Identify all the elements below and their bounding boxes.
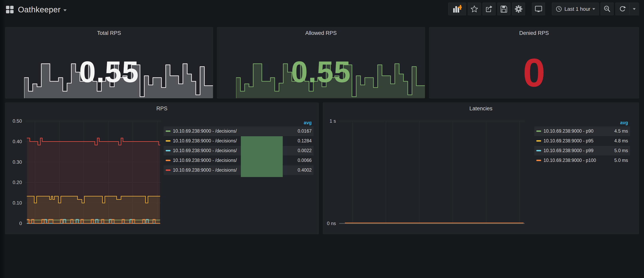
- legend-series-row[interactable]: 10.10.69.238:9000 - p1005.0 ms: [534, 156, 630, 165]
- svg-text:0.50: 0.50: [12, 118, 22, 124]
- navbar: Oathkeeper: [0, 0, 644, 19]
- series-color-swatch[interactable]: [536, 160, 541, 161]
- save-icon: [500, 5, 508, 13]
- legend-header: avg: [534, 119, 630, 126]
- time-range-label: Last 1 hour: [562, 6, 592, 12]
- series-avg-value: 0.0022: [286, 148, 312, 153]
- caret-down-icon: [592, 8, 595, 10]
- latencies-legend: avg10.10.69.238:9000 - p904.5 ms10.10.69…: [534, 119, 630, 165]
- legend-avg-column-header[interactable]: avg: [602, 120, 628, 125]
- redaction-overlay: [241, 136, 283, 177]
- panel-title[interactable]: Allowed RPS: [217, 30, 425, 36]
- total-rps-value: 0.55: [5, 57, 213, 87]
- svg-text:0.20: 0.20: [12, 180, 22, 185]
- refresh-interval-button[interactable]: [630, 3, 639, 15]
- panel-allowed-rps: Allowed RPS 0.55: [217, 27, 425, 98]
- series-label[interactable]: 10.10.69.238:9000 - /decisions/: [173, 168, 237, 173]
- series-label[interactable]: 10.10.69.238:9000 - p90: [544, 128, 594, 134]
- share-icon: [485, 5, 493, 13]
- series-color-swatch[interactable]: [166, 130, 170, 132]
- svg-text:0.40: 0.40: [12, 139, 22, 144]
- rps-chart[interactable]: 00.100.200.300.400.50: [5, 103, 165, 234]
- series-avg-value: 0.0167: [286, 128, 312, 134]
- series-avg-value: 0.0066: [286, 158, 312, 163]
- zoom-out-magnifier-icon: [603, 5, 611, 13]
- series-label[interactable]: 10.10.69.238:9000 - p95: [544, 138, 594, 144]
- series-color-swatch[interactable]: [536, 150, 541, 151]
- svg-text:1 s: 1 s: [330, 118, 336, 124]
- series-color-swatch[interactable]: [166, 140, 170, 142]
- series-color-swatch[interactable]: [166, 169, 170, 171]
- series-avg-value: 4.8 ms: [602, 138, 628, 144]
- panel-total-rps: Total RPS 0.55: [5, 27, 213, 98]
- allowed-rps-value: 0.55: [217, 57, 425, 87]
- legend-series-row[interactable]: 10.10.69.238:9000 - /decisions/0.0066: [164, 156, 314, 165]
- caret-down-icon: [633, 8, 636, 10]
- series-color-swatch[interactable]: [536, 130, 541, 132]
- latencies-chart[interactable]: 0 ns1 s: [323, 103, 532, 234]
- legend-series-row[interactable]: 10.10.69.238:9000 - /decisions/0.1284: [164, 136, 314, 146]
- refresh-button[interactable]: [616, 3, 630, 15]
- svg-text:0.30: 0.30: [12, 159, 22, 165]
- series-avg-value: 0.4002: [286, 168, 312, 173]
- series-avg-value: 0.1284: [286, 138, 312, 144]
- zoom-out-button[interactable]: [600, 2, 614, 15]
- tv-icon: [534, 5, 543, 13]
- series-avg-value: 5.0 ms: [602, 158, 628, 163]
- legend-header: avg: [164, 119, 314, 126]
- series-color-swatch[interactable]: [166, 150, 170, 151]
- settings-button[interactable]: [512, 2, 525, 15]
- denied-rps-value: 0: [429, 53, 639, 93]
- save-button[interactable]: [497, 2, 510, 15]
- grid-icon: [6, 6, 14, 13]
- panel-title[interactable]: RPS: [5, 106, 318, 112]
- refresh-button-group: [615, 2, 639, 15]
- legend-series-row[interactable]: 10.10.69.238:9000 - /decisions/0.0167: [164, 126, 314, 136]
- toolbar: Last 1 hour: [446, 2, 639, 15]
- cycle-view-button[interactable]: [532, 2, 545, 15]
- dashboard-title[interactable]: Oathkeeper: [18, 5, 60, 14]
- legend-series-row[interactable]: 10.10.69.238:9000 - p954.8 ms: [534, 136, 630, 146]
- star-icon: [470, 5, 478, 13]
- rps-legend: avg10.10.69.238:9000 - /decisions/0.0167…: [164, 119, 314, 175]
- clock-icon: [556, 6, 562, 12]
- series-label[interactable]: 10.10.69.238:9000 - /decisions/: [173, 128, 237, 134]
- add-panel-button[interactable]: [448, 2, 466, 15]
- svg-text:0 ns: 0 ns: [327, 221, 336, 226]
- panel-denied-rps: Denied RPS 0: [429, 27, 639, 98]
- share-button[interactable]: [482, 2, 496, 15]
- panel-latencies-chart: Latencies 0 ns1 s avg10.10.69.238:9000 -…: [323, 103, 639, 234]
- series-color-swatch[interactable]: [536, 140, 541, 142]
- gear-icon: [514, 5, 523, 13]
- series-label[interactable]: 10.10.69.238:9000 - /decisions/: [173, 138, 237, 144]
- series-label[interactable]: 10.10.69.238:9000 - /decisions/: [173, 148, 237, 153]
- legend-series-row[interactable]: 10.10.69.238:9000 - p904.5 ms: [534, 126, 630, 136]
- panel-title[interactable]: Latencies: [323, 106, 639, 112]
- series-label[interactable]: 10.10.69.238:9000 - /decisions/: [173, 158, 237, 163]
- dashboard-picker[interactable]: Oathkeeper: [6, 5, 66, 14]
- series-avg-value: 4.5 ms: [602, 128, 628, 134]
- series-label[interactable]: 10.10.69.238:9000 - p100: [544, 158, 596, 163]
- refresh-icon: [619, 5, 626, 13]
- star-button[interactable]: [468, 2, 481, 15]
- svg-text:0: 0: [19, 221, 22, 226]
- svg-text:0.10: 0.10: [12, 200, 22, 206]
- legend-avg-column-header[interactable]: avg: [286, 120, 312, 125]
- series-label[interactable]: 10.10.69.238:9000 - p99: [544, 148, 594, 153]
- panel-title[interactable]: Total RPS: [5, 30, 213, 36]
- legend-series-row[interactable]: 10.10.69.238:9000 - /decisions/0.4002: [164, 165, 314, 175]
- series-color-swatch[interactable]: [166, 160, 170, 161]
- series-avg-value: 5.0 ms: [602, 148, 628, 153]
- panel-title[interactable]: Denied RPS: [429, 30, 639, 36]
- legend-series-row[interactable]: 10.10.69.238:9000 - /decisions/0.0022: [164, 146, 314, 156]
- time-picker-button[interactable]: Last 1 hour: [552, 2, 599, 15]
- legend-series-row[interactable]: 10.10.69.238:9000 - p995.0 ms: [534, 146, 630, 156]
- caret-down-icon: [64, 9, 66, 11]
- add-panel-icon: [452, 4, 462, 13]
